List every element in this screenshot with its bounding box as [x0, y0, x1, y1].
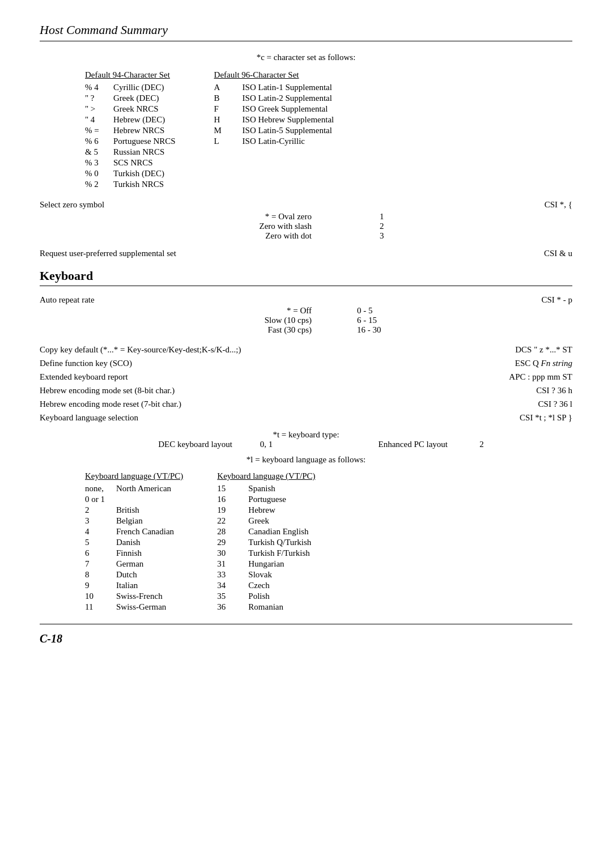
name-cell: Hebrew	[248, 505, 317, 516]
code-cell: 3	[85, 516, 116, 526]
table-row: 33Slovak	[217, 569, 317, 580]
name-cell: Polish	[248, 591, 317, 602]
kbd-lang-note: *l = keyboard language as follows:	[40, 455, 572, 465]
name-cell: Turkish F/Turkish	[248, 548, 317, 559]
table-row: 0 or 1	[85, 494, 180, 505]
list-item: Copy key default (*...* = Key-source/Key…	[40, 343, 241, 356]
auto-repeat-row: Auto repeat rate CSI * - p	[40, 295, 572, 305]
kbd-lang-left-col: Keyboard language (VT/PC) none,North Ame…	[85, 471, 183, 612]
name-cell: Belgian	[116, 516, 180, 526]
table-row: % 3SCS NRCS	[85, 158, 180, 168]
code-cell: 19	[217, 505, 248, 516]
code-cell: 9	[85, 580, 116, 591]
code-cell: % 4	[85, 82, 113, 93]
code-cell: " >	[85, 104, 113, 114]
table-row: " >Greek NRCS	[85, 104, 180, 114]
name-cell: Hebrew NRCS	[113, 125, 180, 136]
select-zero-label: Select zero symbol	[40, 200, 104, 210]
keyboard-section: Keyboard Auto repeat rate CSI * - p * = …	[40, 269, 572, 612]
kbd-lang-row: Keyboard language (VT/PC) none,North Ame…	[40, 471, 572, 612]
list-item: Define function key (SCO)	[40, 356, 241, 370]
table-row: & 5Russian NRCS	[85, 147, 180, 158]
code-cell: 31	[217, 559, 248, 569]
code-cell: % 0	[85, 168, 113, 179]
table-row: 36Romanian	[217, 602, 317, 612]
ar-right: 6 - 15	[357, 316, 402, 325]
name-cell: Hebrew (DEC)	[113, 114, 180, 125]
default94-heading: Default 94-Character Set	[85, 70, 180, 80]
table-row: BISO Latin-2 Supplemental	[214, 93, 339, 104]
name-cell: Greek NRCS	[113, 104, 180, 114]
request-supplemental-label: Request user-preferred supplemental set	[40, 249, 176, 258]
table-row: none,North American	[85, 483, 180, 494]
code-cell: 15	[217, 483, 248, 494]
auto-repeat-detail-row: Fast (30 cps)16 - 30	[40, 325, 572, 335]
name-cell: ISO Hebrew Supplemental	[243, 114, 339, 125]
code-cell: 35	[217, 591, 248, 602]
code-cell: 2	[85, 505, 116, 516]
name-cell: Portuguese NRCS	[113, 136, 180, 147]
code-cell: % 2	[85, 179, 113, 190]
list-item: Keyboard language selection	[40, 411, 241, 424]
code-cell: " 4	[85, 114, 113, 125]
kbd-type-right: 0, 1	[255, 440, 278, 449]
name-cell: British	[116, 505, 180, 516]
name-cell: Greek (DEC)	[113, 93, 180, 104]
kbd-type-block: *t = keyboard type: DEC keyboard layout0…	[40, 430, 572, 449]
ar-right: 16 - 30	[357, 325, 402, 335]
auto-repeat-details: * = Off0 - 5Slow (10 cps)6 - 15Fast (30 …	[40, 306, 572, 335]
ar-right: 0 - 5	[357, 306, 402, 316]
ar-left: Fast (30 cps)	[210, 325, 312, 335]
code-cell: H	[214, 114, 243, 125]
name-cell: Czech	[248, 580, 317, 591]
auto-repeat-cmd: CSI * - p	[541, 295, 572, 305]
name-cell: ISO Latin-1 Supplemental	[243, 82, 339, 93]
ar-left: * = Off	[210, 306, 312, 316]
list-item: DCS " z *...* ST	[509, 343, 572, 356]
table-row: 34Czech	[217, 580, 317, 591]
table-row: 30Turkish F/Turkish	[217, 548, 317, 559]
code-cell: 36	[217, 602, 248, 612]
code-cell: 30	[217, 548, 248, 559]
zero-sym-right: 2	[380, 222, 414, 231]
table-row: % 2Turkish NRCS	[85, 179, 180, 190]
code-cell: 10	[85, 591, 116, 602]
table-row: 7German	[85, 559, 180, 569]
table-row: 3Belgian	[85, 516, 180, 526]
zero-sym-left: Zero with dot	[198, 231, 312, 241]
code-cell: " ?	[85, 93, 113, 104]
table-row: 15Spanish	[217, 483, 317, 494]
kbd-type-details: DEC keyboard layout0, 1Enhanced PC layou…	[40, 440, 572, 449]
name-cell: Slovak	[248, 569, 317, 580]
table-row: 6Finnish	[85, 548, 180, 559]
code-cell: 34	[217, 580, 248, 591]
select-zero-area: Select zero symbol CSI *, { * = Oval zer…	[40, 200, 572, 241]
keyboard-heading: Keyboard	[40, 269, 572, 283]
name-cell: Turkish NRCS	[113, 179, 180, 190]
code-cell: A	[214, 82, 243, 93]
table-row: 31Hungarian	[217, 559, 317, 569]
bottom-rule	[40, 624, 572, 624]
kbd-type-detail-row: DEC keyboard layout0, 1	[119, 440, 278, 449]
name-cell: German	[116, 559, 180, 569]
table-row: 5Danish	[85, 537, 180, 548]
select-zero-cmd: CSI *, {	[545, 200, 572, 210]
code-cell: 11	[85, 602, 116, 612]
kbd-lang-right-table: 15Spanish16Portuguese19Hebrew22Greek28Ca…	[217, 483, 317, 612]
table-row: AISO Latin-1 Supplemental	[214, 82, 339, 93]
table-row: 8Dutch	[85, 569, 180, 580]
code-cell: 29	[217, 537, 248, 548]
kbd-lang-left-heading: Keyboard language (VT/PC)	[85, 471, 183, 481]
code-cell: 16	[217, 494, 248, 505]
table-row: 11Swiss-German	[85, 602, 180, 612]
code-cell: F	[214, 104, 243, 114]
ar-left: Slow (10 cps)	[210, 316, 312, 325]
table-row: " ?Greek (DEC)	[85, 93, 180, 104]
table-row: 19Hebrew	[217, 505, 317, 516]
name-cell: Canadian English	[248, 526, 317, 537]
list-item: ESC Q Fn string	[509, 356, 572, 370]
name-cell: Spanish	[248, 483, 317, 494]
table-row: 28Canadian English	[217, 526, 317, 537]
table-row: % 0Turkish (DEC)	[85, 168, 180, 179]
default96-col: Default 96-Character Set AISO Latin-1 Su…	[214, 70, 339, 190]
